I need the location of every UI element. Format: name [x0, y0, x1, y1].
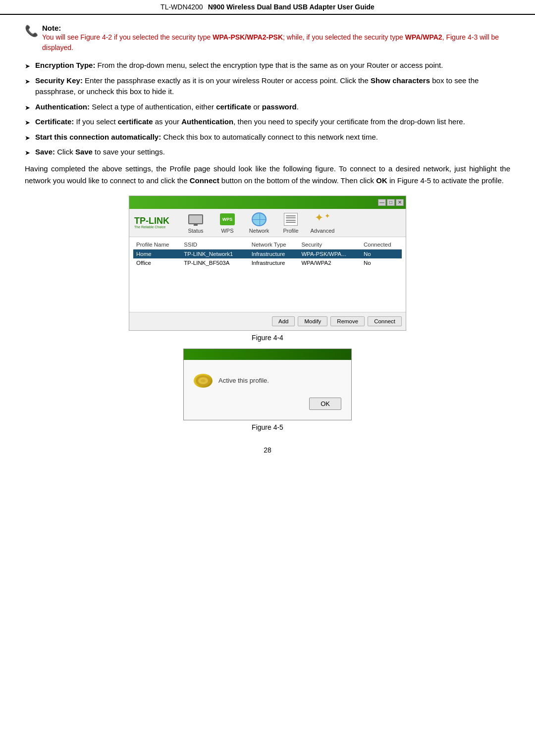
note-text: You will see Figure 4-2 if you selected … — [42, 32, 510, 53]
close-button[interactable]: ✕ — [396, 199, 404, 206]
page-header: TL-WDN4200 N900 Wireless Dual Band USB A… — [0, 0, 535, 15]
profile-label: Profile — [283, 228, 298, 234]
minimize-button[interactable]: — — [378, 199, 386, 206]
list-item: ➤ Security Key: Enter the passphrase exa… — [25, 75, 510, 98]
col-network-type: Network Type — [249, 240, 299, 250]
list-item: ➤ Authentication: Select a type of authe… — [25, 101, 510, 113]
profile-icon-container — [282, 212, 299, 227]
tplink-logo: TP-LINK The Reliable Choice — [134, 216, 169, 229]
bullet-text: Encryption Type: From the drop-down menu… — [35, 60, 443, 71]
logo-sub: The Reliable Choice — [134, 225, 169, 229]
figure5-label: Figure 4-5 — [25, 423, 510, 431]
tplink-app-window: — □ ✕ TP-LINK The Reliable Choice — [129, 196, 406, 331]
status-label: Status — [188, 228, 203, 234]
dialog-body: Active this profile. OK — [184, 360, 351, 420]
cell-security: WPA-PSK/WPA... — [298, 249, 361, 258]
cell-profile-name: Office — [133, 258, 181, 267]
col-profile-name: Profile Name — [133, 240, 181, 250]
body-paragraph: Having completed the above settings, the… — [25, 163, 510, 187]
page-number: 28 — [0, 446, 535, 454]
arrow-icon: ➤ — [25, 133, 30, 143]
page-content: 📞 Note: You will see Figure 4-2 if you s… — [0, 24, 535, 431]
tplink-titlebar: — □ ✕ — [129, 196, 406, 209]
nav-advanced[interactable]: ✦ ✦ Advanced — [310, 212, 335, 234]
nav-profile[interactable]: Profile — [278, 212, 303, 234]
bullet-text: Authentication: Select a type of authent… — [35, 101, 299, 113]
arrow-icon: ➤ — [25, 118, 30, 128]
dialog-titlebar — [184, 349, 351, 360]
cell-ssid: TP-LINK_Network1 — [181, 249, 248, 258]
note-label: Note: — [42, 24, 61, 32]
note-bold1: WPA-PSK/WPA2-PSK — [213, 33, 283, 41]
network-icon-container — [251, 212, 268, 227]
dialog-icon — [194, 374, 213, 388]
arrow-icon: ➤ — [25, 103, 30, 113]
nav-status[interactable]: Status — [183, 212, 208, 234]
note-text2: ; while, if you selected the security ty… — [283, 33, 405, 41]
bullet-list: ➤ Encryption Type: From the drop-down me… — [25, 60, 510, 158]
network-label: Network — [249, 228, 269, 234]
note-content: Note: You will see Figure 4-2 if you sel… — [42, 24, 510, 53]
svg-point-2 — [201, 379, 206, 382]
logo-text: TP-LINK — [134, 216, 169, 225]
cell-profile-name: Home — [133, 249, 181, 258]
advanced-label: Advanced — [311, 228, 335, 234]
maximize-button[interactable]: □ — [387, 199, 395, 206]
dialog-message: Active this profile. — [194, 374, 341, 388]
dialog-box: Active this profile. OK — [183, 349, 352, 420]
note-bold2: WPA/WPA2 — [405, 33, 442, 41]
bullet-text: Start this connection automatically: Che… — [35, 132, 378, 143]
list-item: ➤ Start this connection automatically: C… — [25, 132, 510, 143]
bullet-text: Certificate: If you select certificate a… — [35, 116, 465, 128]
tplink-action-buttons: Add Modify Remove Connect — [129, 312, 406, 330]
model-number: TL-WDN4200 — [160, 3, 203, 11]
tplink-content: Profile Name SSID Network Type Security … — [129, 237, 406, 312]
arrow-icon: ➤ — [25, 77, 30, 87]
bullet-text: Save: Click Save to save your settings. — [35, 147, 165, 158]
page-title: N900 Wireless Dual Band USB Adapter User… — [208, 3, 374, 11]
note-icon: 📞 — [25, 25, 38, 38]
cell-security: WPA/WPA2 — [298, 258, 361, 267]
note-box: 📞 Note: You will see Figure 4-2 if you s… — [25, 24, 510, 53]
cell-ssid: TP-LINK_BF503A — [181, 258, 248, 267]
list-item: ➤ Save: Click Save to save your settings… — [25, 147, 510, 158]
remove-button[interactable]: Remove — [330, 316, 365, 326]
cell-connected: No — [361, 258, 402, 267]
bullet-text: Security Key: Enter the passphrase exact… — [35, 75, 510, 98]
dialog-text: Active this profile. — [218, 377, 269, 384]
table-row[interactable]: Office TP-LINK_BF503A Infrastructure WPA… — [133, 258, 402, 267]
list-item: ➤ Encryption Type: From the drop-down me… — [25, 60, 510, 71]
profile-table: Profile Name SSID Network Type Security … — [133, 240, 402, 309]
nav-wps[interactable]: WPS WPS — [215, 212, 240, 234]
add-button[interactable]: Add — [272, 316, 295, 326]
connect-button[interactable]: Connect — [368, 316, 402, 326]
table-row[interactable]: Home TP-LINK_Network1 Infrastructure WPA… — [133, 249, 402, 258]
arrow-icon: ➤ — [25, 148, 30, 158]
status-icon-container — [187, 212, 204, 227]
col-connected: Connected — [361, 240, 402, 250]
advanced-icon-container: ✦ ✦ — [314, 212, 331, 227]
cell-network-type: Infrastructure — [249, 249, 299, 258]
ok-button[interactable]: OK — [309, 398, 341, 410]
col-ssid: SSID — [181, 240, 248, 250]
list-item: ➤ Certificate: If you select certificate… — [25, 116, 510, 128]
wps-label: WPS — [221, 228, 233, 234]
col-security: Security — [298, 240, 361, 250]
figure4-label: Figure 4-4 — [25, 334, 510, 342]
tplink-toolbar: TP-LINK The Reliable Choice Status — [129, 209, 406, 237]
wps-icon-container: WPS — [219, 212, 236, 227]
tplink-nav: Status WPS WPS — [183, 212, 335, 234]
modify-button[interactable]: Modify — [298, 316, 327, 326]
cell-network-type: Infrastructure — [249, 258, 299, 267]
nav-network[interactable]: Network — [247, 212, 271, 234]
cell-connected: No — [361, 249, 402, 258]
note-text1: You will see Figure 4-2 if you selected … — [42, 33, 213, 41]
arrow-icon: ➤ — [25, 61, 30, 71]
